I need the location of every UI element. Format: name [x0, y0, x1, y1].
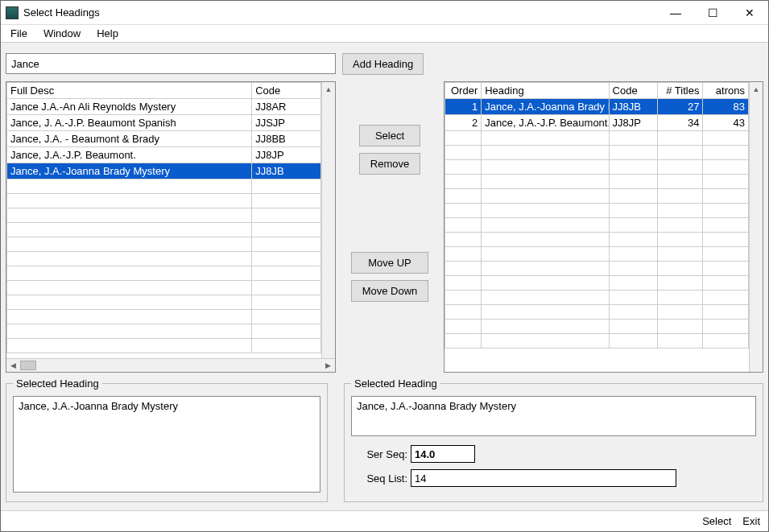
col-order[interactable]: Order [445, 83, 482, 99]
table-row[interactable]: Jance, J.A.-J.P. Beaumont.JJ8JP [7, 147, 321, 163]
cell-code [252, 324, 321, 339]
app-window: Select Headings — ☐ ✕ File Window Help A… [0, 0, 769, 532]
table-row[interactable] [7, 237, 321, 252]
table-row[interactable] [7, 252, 321, 266]
cell-titles [657, 276, 703, 291]
statusbar: Select Exit [1, 510, 768, 531]
table-row[interactable] [7, 295, 321, 310]
table-row[interactable] [445, 233, 749, 247]
chevron-up-icon[interactable]: ▲ [750, 82, 763, 96]
col-heading[interactable]: Heading [482, 83, 609, 99]
table-row[interactable]: Jance, J. A.-J.P. Beaumont SpanishJJSJP [7, 115, 321, 131]
cell-desc: Jance, J.A.-J.P. Beaumont. [7, 147, 252, 163]
cell-heading [482, 204, 609, 218]
chevron-left-icon[interactable]: ◀ [6, 359, 20, 372]
left-hscrollbar[interactable]: ◀ ▶ [6, 358, 335, 372]
seq-list-input[interactable] [411, 469, 676, 487]
col-code[interactable]: Code [252, 83, 321, 99]
table-row[interactable] [445, 189, 749, 204]
cell-titles [657, 305, 703, 320]
col-patrons[interactable]: atrons [703, 83, 749, 99]
table-row[interactable]: Jance J.A.-An Ali Reynolds MysteryJJ8AR [7, 99, 321, 115]
table-row[interactable] [7, 281, 321, 295]
menu-help[interactable]: Help [90, 26, 125, 41]
right-selected-text[interactable] [351, 396, 756, 436]
table-row[interactable] [445, 334, 749, 348]
menu-file[interactable]: File [4, 26, 34, 41]
maximize-button[interactable]: ☐ [694, 1, 731, 25]
menu-window[interactable]: Window [37, 26, 87, 41]
cell-heading [482, 146, 609, 160]
table-row[interactable] [445, 131, 749, 146]
scroll-thumb[interactable] [20, 361, 36, 370]
cell-code [609, 262, 657, 276]
table-row[interactable] [7, 208, 321, 223]
right-vscrollbar[interactable]: ▲ [749, 82, 763, 372]
table-row[interactable] [445, 305, 749, 320]
col-titles[interactable]: # Titles [657, 83, 703, 99]
table-row[interactable] [7, 179, 321, 194]
minimize-button[interactable]: — [657, 1, 694, 25]
cell-desc [7, 252, 252, 266]
cell-heading [482, 218, 609, 233]
move-up-button[interactable]: Move UP [351, 252, 428, 274]
cell-titles [657, 262, 703, 276]
col-full-desc[interactable]: Full Desc [7, 83, 252, 99]
cell-titles: 34 [657, 115, 703, 131]
table-row[interactable] [7, 339, 321, 353]
table-row[interactable] [445, 262, 749, 276]
cell-desc: Jance, J.A. - Beaumont & Brady [7, 131, 252, 147]
cell-code [609, 334, 657, 348]
cell-heading [482, 247, 609, 262]
right-table[interactable]: Order Heading Code # Titles atrons 1Janc… [444, 81, 763, 373]
remove-button[interactable]: Remove [359, 153, 420, 175]
table-row[interactable] [445, 218, 749, 233]
table-row[interactable]: Jance, J.A. - Beaumont & BradyJJ8BB [7, 131, 321, 147]
status-select[interactable]: Select [702, 515, 731, 527]
table-row[interactable] [445, 276, 749, 291]
add-heading-button[interactable]: Add Heading [342, 53, 424, 75]
cell-patrons [703, 291, 749, 305]
cell-titles [657, 175, 703, 189]
cell-patrons [703, 247, 749, 262]
cell-code [609, 291, 657, 305]
table-row[interactable] [445, 320, 749, 334]
ser-seq-input[interactable] [411, 445, 475, 463]
table-row[interactable] [7, 266, 321, 281]
left-vscrollbar[interactable]: ▲ [321, 82, 335, 358]
cell-patrons [703, 175, 749, 189]
close-button[interactable]: ✕ [731, 1, 768, 25]
cell-heading [482, 262, 609, 276]
cell-titles [657, 160, 703, 175]
chevron-right-icon[interactable]: ▶ [321, 359, 335, 372]
move-down-button[interactable]: Move Down [351, 280, 428, 302]
chevron-up-icon[interactable]: ▲ [322, 82, 335, 96]
table-row[interactable]: Jance, J.A.-Joanna Brady MysteryJJ8JB [7, 163, 321, 179]
table-row[interactable] [445, 146, 749, 160]
table-row[interactable] [445, 175, 749, 189]
table-row[interactable] [7, 324, 321, 339]
table-row[interactable] [445, 247, 749, 262]
table-row[interactable] [445, 291, 749, 305]
table-row[interactable] [7, 194, 321, 208]
cell-code [609, 320, 657, 334]
cell-patrons [703, 262, 749, 276]
select-button[interactable]: Select [359, 125, 420, 146]
col-code-right[interactable]: Code [609, 83, 657, 99]
table-row[interactable] [445, 204, 749, 218]
cell-desc [7, 223, 252, 237]
cell-code: JJ8BB [252, 131, 321, 147]
table-row[interactable] [445, 160, 749, 175]
table-row[interactable]: 1Jance, J.A.-Joanna Brady MJJ8JB2783 [445, 99, 749, 115]
search-input[interactable] [6, 53, 336, 74]
table-row[interactable] [7, 310, 321, 324]
status-exit[interactable]: Exit [742, 515, 760, 527]
cell-order [445, 334, 482, 348]
cell-desc [7, 295, 252, 310]
table-row[interactable] [7, 223, 321, 237]
left-selected-text[interactable] [13, 396, 320, 493]
table-row[interactable]: 2Jance, J.A.-J.P. Beaumont.JJ8JP3443 [445, 115, 749, 131]
left-table[interactable]: Full Desc Code Jance J.A.-An Ali Reynold… [6, 81, 336, 373]
cell-patrons [703, 334, 749, 348]
fieldsets-row: Selected Heading Selected Heading Ser Se… [6, 374, 763, 505]
